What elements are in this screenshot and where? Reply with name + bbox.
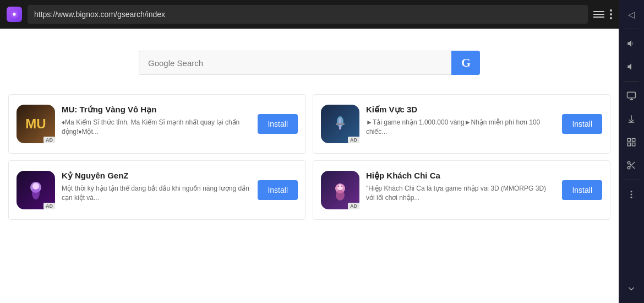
page-content: G MU AD MU: Trứng Vàng Vô Hạn ♦Ma Kiếm S… [0, 29, 619, 303]
svg-rect-3 [336, 123, 345, 125]
overflow-menu-icon[interactable] [610, 9, 612, 19]
app-icon-wrap-kiem: AD [321, 105, 359, 143]
app-icon-wrap-ky: AD [17, 171, 55, 209]
svg-rect-17 [627, 143, 630, 146]
app-info-ky: Kỷ Nguyên GenZ Một thời kỳ hậu tận thế đ… [62, 171, 251, 203]
search-bar-wrapper: G [139, 51, 480, 75]
svg-rect-18 [632, 143, 635, 146]
search-button[interactable]: G [451, 51, 480, 75]
install-button-ky[interactable]: Install [258, 180, 298, 200]
ad-badge-hiep: AD [348, 203, 359, 209]
ad-card-mu: MU AD MU: Trứng Vàng Vô Hạn ♦Ma Kiếm Sĩ … [8, 94, 306, 154]
svg-point-6 [32, 183, 39, 190]
ad-card-hiep: AD Hiệp Khách Chi Ca "Hiệp Khách Chi Ca … [313, 160, 610, 220]
svg-point-8 [336, 190, 345, 201]
google-g-label: G [461, 56, 470, 70]
right-sidebar: ◁ [619, 0, 644, 303]
ad-badge-kiem: AD [348, 137, 359, 143]
search-section: G [0, 29, 619, 91]
volume-high-icon[interactable] [621, 34, 641, 53]
browser-area: https://www.bignox.com/gsearch/index G [0, 0, 619, 303]
hamburger-menu-icon[interactable] [593, 11, 604, 18]
arrow-down-icon[interactable] [621, 279, 641, 299]
app-desc-kiem: ►Tải game nhận 1.000.000 vàng►Nhận miễn … [366, 118, 555, 137]
svg-rect-16 [632, 138, 635, 141]
svg-rect-15 [627, 138, 630, 141]
svg-point-11 [341, 186, 343, 187]
app-info-hiep: Hiệp Khách Chi Ca "Hiệp Khách Chi Ca là … [366, 171, 555, 203]
app-title-mu: MU: Trứng Vàng Vô Hạn [62, 105, 251, 115]
svg-point-24 [631, 191, 632, 192]
url-bar[interactable]: https://www.bignox.com/gsearch/index [28, 5, 588, 24]
sidebar-divider-3 [624, 180, 639, 180]
ad-badge-ky: AD [43, 203, 55, 209]
url-text: https://www.bignox.com/gsearch/index [34, 10, 165, 19]
sidebar-divider-2 [624, 81, 639, 82]
svg-point-20 [627, 166, 630, 169]
import-icon[interactable] [621, 109, 641, 129]
svg-line-22 [632, 166, 635, 169]
ad-card-ky: AD Kỷ Nguyên GenZ Một thời kỳ hậu tận th… [8, 160, 306, 220]
app-info-kiem: Kiếm Vực 3D ►Tải game nhận 1.000.000 vàn… [366, 105, 555, 137]
app-desc-hiep: "Hiệp Khách Chi Ca là tựa game nhập vai … [366, 184, 555, 203]
more-options-icon[interactable] [621, 185, 641, 204]
install-button-hiep[interactable]: Install [562, 180, 602, 200]
ad-card-kiem: AD Kiếm Vực 3D ►Tải game nhận 1.000.000 … [313, 94, 610, 154]
app-title-ky: Kỷ Nguyên GenZ [62, 171, 251, 181]
install-button-mu[interactable]: Install [258, 114, 298, 134]
monitor-icon[interactable] [621, 86, 641, 106]
app-desc-mu: ♦Ma Kiếm Sĩ thức tỉnh, Ma Kiếm Sĩ mạnh n… [62, 118, 251, 137]
install-button-kiem[interactable]: Install [562, 114, 602, 134]
app-info-mu: MU: Trứng Vàng Vô Hạn ♦Ma Kiếm Sĩ thức t… [62, 105, 251, 137]
app-desc-ky: Một thời kỳ hậu tận thế đang bắt đầu khi… [62, 184, 251, 203]
top-bar-actions [593, 9, 612, 19]
scissors-icon[interactable] [621, 155, 641, 175]
svg-point-19 [627, 161, 630, 164]
svg-rect-12 [627, 92, 636, 98]
svg-line-23 [630, 164, 631, 165]
svg-point-10 [338, 186, 340, 187]
app-title-kiem: Kiếm Vực 3D [366, 105, 555, 115]
back-icon[interactable]: ◁ [621, 4, 641, 24]
sidebar-divider-1 [624, 29, 639, 29]
top-bar: https://www.bignox.com/gsearch/index [0, 0, 619, 29]
ad-badge-mu: AD [43, 137, 55, 143]
volume-mid-icon[interactable] [621, 57, 641, 77]
app-icon-wrap-mu: MU AD [17, 105, 55, 143]
app-icon-wrap-hiep: AD [321, 171, 359, 209]
svg-point-25 [631, 194, 632, 196]
grid-icon[interactable] [621, 132, 641, 152]
svg-point-26 [631, 197, 632, 198]
search-input[interactable] [139, 51, 451, 75]
app-title-hiep: Hiệp Khách Chi Ca [366, 171, 555, 181]
svg-point-9 [337, 185, 343, 190]
ad-grid: MU AD MU: Trứng Vàng Vô Hạn ♦Ma Kiếm Sĩ … [0, 91, 619, 223]
browser-logo [7, 7, 22, 22]
